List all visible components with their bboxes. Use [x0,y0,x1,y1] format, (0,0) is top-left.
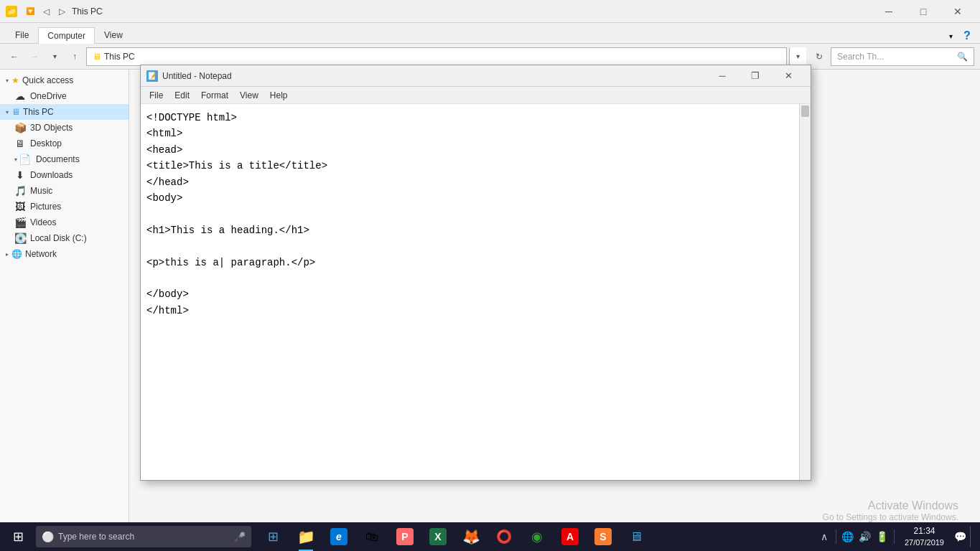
maximize-button[interactable]: □ [907,2,940,21]
app12[interactable]: 🖥 [620,522,652,551]
jetbrains-icon: P [396,528,414,545]
address-dropdown-button[interactable]: ▾ [789,47,806,66]
sidebar-downloads-label: Downloads [30,170,73,180]
minimize-button[interactable]: ─ [872,2,905,21]
this-pc-icon: 🖥 [11,107,20,117]
tray-chevron-icon[interactable]: ∧ [817,529,831,544]
window-icon: 📁 [6,6,17,17]
quick-access-btn[interactable]: 🔽 [23,4,37,19]
app9-icon: ◉ [528,528,546,545]
quickaccess-collapse-icon: ▾ [6,77,9,84]
help-icon[interactable]: ? [960,29,974,43]
sidebar-item-3dobjects[interactable]: 📦 3D Objects [0,120,129,136]
sublime-app[interactable]: S [587,522,619,551]
taskbar-search-placeholder: Type here to search [58,532,134,542]
desktop-icon: 🖥 [14,138,26,149]
fileexplorer-app[interactable]: 📁 [290,522,322,551]
sidebar-3dobjects-label: 3D Objects [30,123,73,133]
sidebar-thispc-label: This PC [23,107,54,117]
recent-locations-button[interactable]: ▾ [46,48,63,65]
tray-divider [836,529,836,544]
notepad-close-button[interactable]: ✕ [772,67,805,85]
app9[interactable]: ◉ [521,522,553,551]
sidebar-item-localdisk[interactable]: 💽 Local Disk (C:) [0,230,129,246]
refresh-button[interactable]: ↻ [811,48,828,65]
ribbon-collapse-icon[interactable]: ▾ [945,31,957,42]
sidebar-desktop-label: Desktop [30,138,62,149]
sidebar-localdisk-label: Local Disk (C:) [30,233,87,243]
sidebar-quickaccess-label: Quick access [22,75,73,85]
window-title: This PC [72,6,103,17]
search-placeholder: Search Th... [837,52,884,62]
notepad-menu-file[interactable]: File [144,89,169,102]
sidebar-network-header[interactable]: ▸ 🌐 Network [0,246,129,262]
window-controls: ─ □ ✕ [872,2,974,21]
store-icon: 🛍 [363,528,381,545]
taskbar-apps: ⊞ 📁 e 🛍 P X 🦊 ⭕ ◉ A S [257,522,652,551]
notepad-restore-button[interactable]: ❐ [739,67,772,85]
notepad-scrollbar[interactable] [799,104,811,480]
close-button[interactable]: ✕ [941,2,974,21]
notepad-menu-view[interactable]: View [234,89,264,102]
system-clock[interactable]: 21:34 27/07/2019 [899,525,950,548]
sidebar-documents-label: Documents [36,154,80,164]
notepad-menu-help[interactable]: Help [264,89,294,102]
address-field[interactable]: 🖥 This PC [86,47,787,66]
title-bar-left: 📁 🔽 ◁ ▷ This PC [6,4,872,19]
acrobat-app[interactable]: A [554,522,586,551]
notepad-minimize-button[interactable]: ─ [706,67,739,85]
taskview-app[interactable]: ⊞ [257,522,289,551]
taskview-icon: ⊞ [264,528,281,545]
network-tray-icon[interactable]: 🌐 [841,529,855,544]
search-field[interactable]: Search Th... 🔍 [831,47,974,66]
forward-quick-btn[interactable]: ▷ [55,4,69,19]
store-app[interactable]: 🛍 [356,522,388,551]
notepad-icon: 📝 [146,70,158,82]
show-desktop-btn[interactable] [970,526,974,547]
notepad-menu-format[interactable]: Format [195,89,234,102]
forward-button[interactable]: → [26,48,43,65]
up-button[interactable]: ↑ [66,48,83,65]
thispc-collapse-icon: ▾ [6,109,9,116]
sidebar-item-documents[interactable]: ▾ 📄 Documents [0,151,129,167]
excel-app[interactable]: X [422,522,454,551]
edge-app[interactable]: e [323,522,355,551]
notepad-controls: ─ ❐ ✕ [706,67,805,85]
pictures-icon: 🖼 [14,201,26,212]
taskbar-mic-icon: 🎤 [234,532,246,542]
sidebar-this-pc-header[interactable]: ▾ 🖥 This PC [0,104,129,120]
notepad-content[interactable]: <!DOCTYPE html> <html> <head> <title>Thi… [141,104,799,480]
notepad-title: Untitled - Notepad [162,71,706,81]
sidebar-quick-access-header[interactable]: ▾ ★ Quick access [0,72,129,88]
volume-icon[interactable]: 🔊 [858,529,872,544]
sidebar-item-music[interactable]: 🎵 Music [0,183,129,199]
notepad-menu-edit[interactable]: Edit [169,89,195,102]
tab-file[interactable]: File [6,27,38,43]
back-button[interactable]: ← [6,48,23,65]
sidebar-pictures-label: Pictures [30,202,61,212]
back-quick-btn[interactable]: ◁ [39,4,53,19]
sidebar-item-pictures[interactable]: 🖼 Pictures [0,199,129,215]
documents-icon: 📄 [19,154,30,165]
downloads-icon: ⬇ [14,169,26,181]
battery-icon[interactable]: 🔋 [875,529,890,544]
firefox-app[interactable]: 🦊 [455,522,487,551]
sidebar-item-onedrive[interactable]: ☁ OneDrive [0,88,129,104]
taskbar-tray: ∧ 🌐 🔊 🔋 21:34 27/07/2019 💬 [817,525,980,548]
sidebar-item-downloads[interactable]: ⬇ Downloads [0,167,129,183]
start-button[interactable]: ⊞ [0,522,36,551]
notification-icon[interactable]: 💬 [953,529,967,544]
jetbrains-app[interactable]: P [389,522,421,551]
sidebar-videos-label: Videos [30,217,56,227]
network-icon: 🌐 [11,249,22,259]
sidebar-item-desktop[interactable]: 🖥 Desktop [0,136,129,151]
tab-computer[interactable]: Computer [38,27,95,44]
taskbar-search[interactable]: ⚪ Type here to search 🎤 [36,526,251,547]
app12-icon: 🖥 [627,528,645,545]
sidebar-item-videos[interactable]: 🎬 Videos [0,215,129,230]
3dobjects-icon: 📦 [14,122,26,133]
tab-view[interactable]: View [95,27,132,43]
firefox-icon: 🦊 [462,528,480,545]
chrome-app[interactable]: ⭕ [488,522,520,551]
address-path: This PC [104,52,135,62]
